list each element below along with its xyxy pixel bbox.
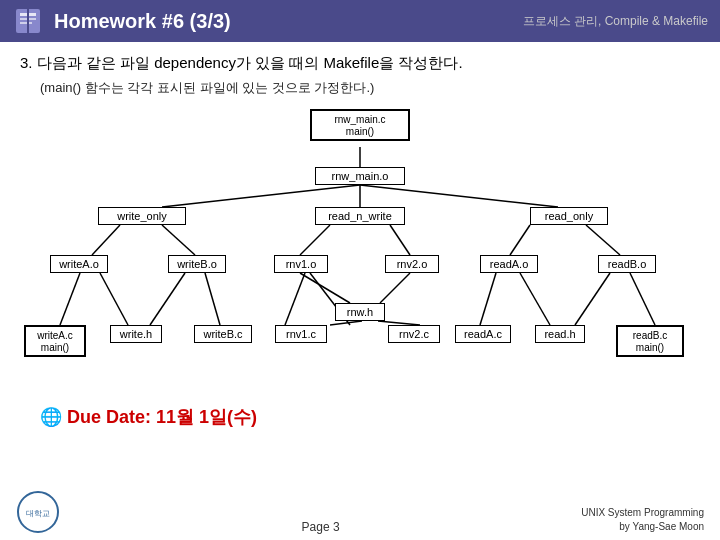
main-content: 3. 다음과 같은 파일 dependency가 있을 때의 Makefile을… [0,42,720,441]
node-read-h: read.h [535,325,585,343]
svg-rect-3 [20,22,32,24]
node-readB-c: readB.c main() [616,325,684,357]
header-title: Homework #6 (3/3) [54,10,231,33]
node-write-h: write.h [110,325,162,343]
svg-line-6 [162,185,360,207]
svg-line-18 [100,273,128,325]
book-icon [12,5,44,37]
node-rnv2-o: rnv2.o [385,255,439,273]
university-logo: 대학교 [16,490,60,534]
due-date: 🌐 Due Date: 11월 1일(수) [40,405,680,429]
svg-line-17 [60,273,80,325]
svg-line-9 [92,225,120,255]
svg-text:대학교: 대학교 [26,509,50,518]
node-writeB-o: writeB.o [168,255,226,273]
svg-line-28 [630,273,655,325]
svg-line-27 [575,273,610,325]
svg-line-19 [150,273,185,325]
node-rnw-h: rnw.h [335,303,385,321]
svg-line-20 [205,273,220,325]
question-line1: 3. 다음과 같은 파일 dependency가 있을 때의 Makefile을… [20,52,700,75]
svg-line-15 [300,273,350,303]
node-read-only: read_only [530,207,608,225]
node-rnv1-c: rnv1.c [275,325,327,343]
footer-credit: UNIX System Programmingby Yang-Sae Moon [581,506,704,534]
svg-line-8 [360,185,558,207]
node-rnv1-o: rnv1.o [274,255,328,273]
question-line2: (main() 함수는 각각 표시된 파일에 있는 것으로 가정한다.) [40,79,700,97]
node-read-n-write: read_n_write [315,207,405,225]
svg-line-14 [586,225,620,255]
header: Homework #6 (3/3) 프로세스 관리, Compile & Mak… [0,0,720,42]
svg-line-10 [162,225,195,255]
header-left: Homework #6 (3/3) [12,5,231,37]
svg-line-13 [510,225,530,255]
node-write-only: write_only [98,207,186,225]
page-number: Page 3 [60,520,581,534]
dependency-diagram: rnw_main.c main() rnw_main.o write_only … [20,107,700,397]
node-rnw-main-o: rnw_main.o [315,167,405,185]
node-writeA-o: writeA.o [50,255,108,273]
node-rnv2-c: rnv2.c [388,325,440,343]
diagram-lines [20,107,700,397]
node-readA-o: readA.o [480,255,538,273]
node-rnw-main-c: rnw_main.c main() [310,109,410,141]
node-readB-o: readB.o [598,255,656,273]
svg-line-12 [390,225,410,255]
svg-line-26 [520,273,550,325]
footer: 대학교 Page 3 UNIX System Programmingby Yan… [0,490,720,534]
svg-line-23 [330,321,362,325]
node-writeB-c: writeB.c [194,325,252,343]
svg-line-16 [380,273,410,303]
svg-rect-4 [27,9,29,33]
svg-line-25 [480,273,496,325]
svg-line-21 [285,273,305,325]
node-writeA-c: writeA.c main() [24,325,86,357]
header-subtitle: 프로세스 관리, Compile & Makefile [523,13,708,30]
node-readA-c: readA.c [455,325,511,343]
svg-line-11 [300,225,330,255]
